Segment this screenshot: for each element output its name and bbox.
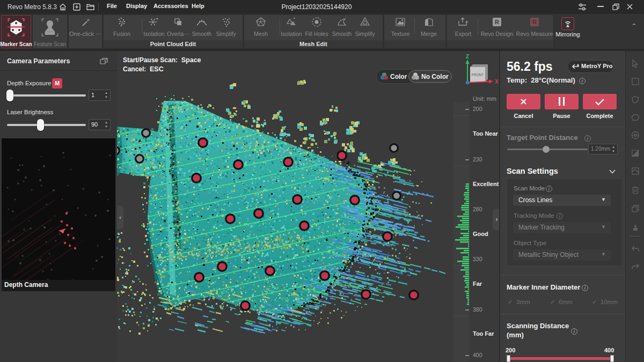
svg-text:X: X	[495, 79, 499, 85]
svg-text:R: R	[532, 19, 537, 25]
svg-text:Z: Z	[466, 54, 469, 60]
svg-text:R: R	[495, 19, 499, 25]
svg-text:FRONT: FRONT	[472, 73, 484, 77]
